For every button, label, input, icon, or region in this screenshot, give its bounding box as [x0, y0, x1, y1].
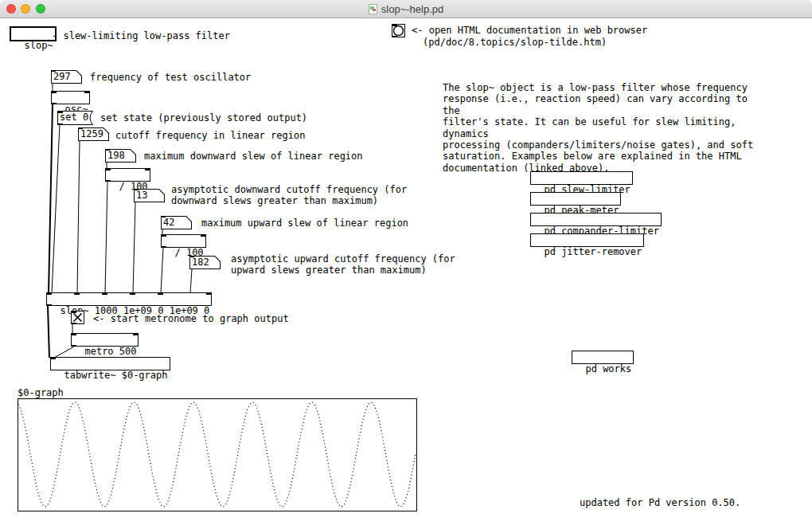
patch-cord [77, 141, 80, 293]
inlet-nub [74, 292, 80, 295]
inlet-nub [51, 91, 57, 93]
patch-cord [190, 269, 192, 293]
signal-cord [49, 104, 53, 293]
outlet-nub [133, 202, 139, 204]
number-box-value: 297 [53, 71, 71, 83]
inlet-nub [160, 215, 166, 217]
pd-window: { "window": { "title": "slop~-help.pd" }… [0, 0, 812, 529]
subpatch-compander-limiter[interactable]: pd compander-limiter [530, 213, 662, 226]
inlet-nub [161, 234, 166, 237]
asymdown-comment: asymptotic downward cutoff frequency (fo… [171, 184, 407, 207]
inlet-nub [77, 127, 83, 129]
inlet-nub [46, 292, 52, 295]
inlet-nub [145, 168, 150, 170]
object-text: slop~ [24, 40, 53, 51]
outlet-nub [161, 246, 166, 249]
subpatch-slew-limiter[interactable]: pd slew-limiter [530, 171, 633, 185]
inlet-nub [105, 168, 111, 170]
metro-object-box: metro 500 [71, 333, 139, 347]
divide-down-object-box: / 100 [105, 168, 150, 182]
inlet-nub [102, 292, 107, 295]
inlet-nub [50, 357, 56, 359]
metro-comment: <- start metronome to graph output [93, 313, 289, 324]
inlet-nub [57, 111, 63, 113]
cutoff-number-box[interactable]: 1259 [78, 127, 109, 141]
maxup-number-box[interactable]: 42 [161, 216, 192, 229]
object-text: metro 500 [84, 346, 136, 357]
window-title: slop~-help.pd [381, 3, 443, 15]
slop-name-box: slop~ [10, 26, 57, 41]
tagline-comment: - slew-limiting low-pass filter [52, 30, 230, 41]
inlet-nub [130, 292, 135, 295]
inlet-nub [104, 148, 110, 151]
inlet-nub [201, 234, 206, 237]
inlet-nub [50, 69, 56, 72]
subpatch-works[interactable]: pd works [572, 351, 634, 364]
message-text: set 0 [60, 112, 88, 123]
object-text: pd works [585, 363, 631, 374]
title-bar: slop~-help.pd [0, 0, 812, 18]
inlet-nub [206, 292, 212, 295]
outlet-nub [392, 36, 397, 38]
inlet-nub [158, 292, 163, 295]
subpatch-peak-meter[interactable]: pd peak-meter [530, 192, 621, 206]
number-box-value: 198 [107, 150, 125, 162]
metro-toggle[interactable] [71, 311, 84, 324]
version-note: updated for Pd version 0.50. [580, 497, 740, 508]
outlet-nub [51, 103, 57, 105]
patch-cord [133, 202, 135, 293]
asymup-comment: asymptotic upward cutoff frequency (for … [231, 253, 455, 276]
outlet-nub [71, 323, 76, 325]
open-docs-bang[interactable] [392, 24, 405, 37]
freq-number-box[interactable]: 297 [51, 70, 82, 84]
cutoff-comment: cutoff frequency in linear region [115, 130, 305, 141]
subpatch-jitter-remover[interactable]: pd jitter-remover [530, 233, 644, 247]
outlet-nub [189, 268, 194, 271]
inlet-nub [71, 311, 76, 313]
divide-up-object-box: / 100 [161, 234, 206, 248]
tabwrite-object-box: tabwrite~ $0-graph [50, 357, 170, 370]
outlet-nub [105, 180, 111, 182]
slop-object-box: slop~ 1000 1e+09 0 1e+09 0 [46, 292, 212, 306]
object-text: pd jitter-remover [544, 246, 642, 257]
outlet-nub [77, 140, 83, 143]
inlet-nub [392, 24, 397, 26]
asymup-number-box[interactable]: 182 [189, 256, 221, 269]
osc-object-box: osc~ [51, 91, 90, 104]
maxup-comment: maximum upward slew of linear region [201, 217, 408, 229]
doc-path-comment: (pd/doc/8.topics/slop-tilde.htm) [423, 37, 607, 48]
window-title-area: slop~-help.pd [0, 0, 812, 18]
outlet-nub [50, 83, 56, 85]
set-comment: set state (previously stored output) [100, 112, 307, 123]
inlet-nub [84, 91, 90, 93]
object-text: tabwrite~ $0-graph [64, 370, 167, 381]
number-box-value: 1259 [80, 128, 103, 140]
description-comment: The slop~ object is a low-pass filter wh… [443, 82, 761, 174]
doc-open-comment: <- open HTML documentation in web browse… [412, 25, 647, 36]
outlet-nub [71, 345, 76, 347]
set-message-box[interactable]: set 0 [57, 111, 93, 125]
graph-label: $0-graph [18, 387, 64, 398]
number-box-value: 182 [192, 257, 209, 268]
inlet-nub [71, 333, 76, 335]
outlet-nub [160, 229, 166, 231]
outlet-nub [57, 123, 63, 126]
freq-comment: frequency of test oscillator [90, 72, 251, 83]
outlet-nub [104, 162, 110, 164]
inlet-nub [133, 333, 139, 335]
maxdown-number-box[interactable]: 198 [105, 149, 136, 163]
number-box-value: 42 [163, 217, 174, 229]
document-icon [369, 4, 377, 14]
number-box-value: 13 [136, 190, 147, 202]
graph-frame [18, 398, 417, 511]
outlet-nub [46, 304, 52, 307]
asymdown-number-box[interactable]: 13 [134, 189, 165, 202]
maxdown-comment: maximum downward slew of linear region [144, 151, 363, 162]
